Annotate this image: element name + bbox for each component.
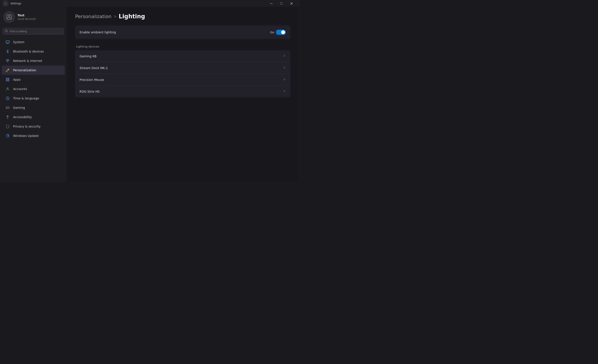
toggle-wrapper: On [270, 30, 286, 35]
sidebar-item-gaming[interactable]: Gaming [2, 103, 65, 112]
search-input[interactable] [10, 30, 61, 33]
sidebar-item-apps[interactable]: Apps [2, 75, 65, 84]
chevron-right-icon [283, 78, 286, 82]
ambient-lighting-label: Enable ambient lighting [80, 31, 116, 34]
chevron-right-icon [283, 54, 286, 58]
apps-icon [5, 77, 10, 82]
lighting-device-row[interactable]: Stream Deck MK.2 [75, 62, 290, 74]
lighting-device-right [283, 54, 286, 58]
chevron-right-icon [283, 66, 286, 70]
app-layout: Test Local Account System [0, 7, 299, 182]
privacy-icon [5, 124, 10, 129]
svg-point-19 [8, 116, 8, 116]
svg-rect-11 [8, 80, 9, 81]
close-button[interactable]: ✕ [286, 0, 296, 7]
maximize-button[interactable]: □ [276, 0, 286, 7]
sidebar-item-label: System [13, 40, 25, 44]
svg-rect-14 [6, 107, 9, 108]
nav-items: System Bluetooth & devices Network & int… [0, 37, 66, 141]
chevron-right-icon [283, 90, 286, 93]
sidebar-item-update[interactable]: Windows Update [2, 131, 65, 140]
main-content: Personalization > Lighting Enable ambien… [66, 7, 299, 182]
svg-line-3 [7, 31, 8, 32]
titlebar: ← Settings ─ □ ✕ [0, 0, 299, 7]
system-icon [5, 40, 10, 44]
sidebar-item-label: Accessibility [13, 115, 32, 119]
lighting-device-row[interactable]: ROG Strix HS [75, 86, 290, 97]
svg-rect-10 [6, 80, 7, 81]
breadcrumb-current: Lighting [119, 13, 145, 20]
accessibility-icon [5, 115, 10, 119]
avatar [3, 11, 15, 23]
lighting-device-name: Stream Deck MK.2 [80, 66, 108, 70]
lighting-device-name: Precision Mouse [80, 78, 104, 82]
sidebar-item-privacy[interactable]: Privacy & security [2, 122, 65, 131]
svg-point-12 [7, 88, 8, 89]
lighting-devices-section-label: Lighting devices [75, 41, 290, 50]
svg-point-18 [8, 108, 9, 108]
bluetooth-icon [5, 49, 10, 54]
ambient-lighting-card: Enable ambient lighting On [75, 26, 290, 39]
sidebar-item-accounts[interactable]: Accounts [2, 84, 65, 93]
lighting-device-name: Gaming KB [80, 55, 97, 58]
lighting-device-right [283, 66, 286, 70]
lighting-devices-card: Gaming KB Stream Deck MK.2 Precision Mou… [75, 50, 290, 97]
ambient-lighting-toggle[interactable] [276, 30, 286, 35]
sidebar-item-label: Gaming [13, 106, 25, 109]
search-wrapper [3, 28, 64, 35]
sidebar-item-label: Privacy & security [13, 125, 41, 128]
sidebar-item-label: Windows Update [13, 134, 39, 138]
back-button[interactable]: ← [3, 0, 9, 7]
lighting-device-right [283, 90, 286, 93]
ambient-lighting-right: On [270, 30, 286, 35]
network-icon [5, 58, 10, 63]
titlebar-controls: ─ □ ✕ [266, 0, 296, 7]
sidebar-item-accessibility[interactable]: Accessibility [2, 112, 65, 122]
svg-point-1 [8, 16, 10, 17]
svg-rect-9 [8, 78, 9, 79]
sidebar-item-label: Accounts [13, 87, 27, 91]
lighting-device-right [283, 78, 286, 82]
search-icon [5, 29, 8, 33]
sidebar-item-system[interactable]: System [2, 37, 65, 47]
sidebar-item-label: Personalization [13, 68, 36, 72]
svg-point-7 [8, 62, 8, 62]
svg-point-17 [8, 108, 8, 108]
sidebar-item-label: Apps [13, 78, 21, 81]
ambient-lighting-row[interactable]: Enable ambient lighting On [75, 26, 290, 39]
svg-rect-8 [6, 78, 7, 79]
sidebar-item-network[interactable]: Network & internet [2, 56, 65, 65]
accounts-icon [5, 87, 10, 91]
sidebar-item-personalization[interactable]: Personalization [2, 66, 65, 75]
update-icon [5, 133, 10, 138]
user-name: Test [17, 14, 35, 17]
time-icon [5, 96, 10, 101]
lighting-device-row[interactable]: Precision Mouse [75, 74, 290, 86]
breadcrumb-separator: > [113, 14, 117, 19]
lighting-device-row[interactable]: Gaming KB [75, 50, 290, 62]
titlebar-title: Settings [10, 2, 21, 5]
sidebar: Test Local Account System [0, 7, 66, 182]
breadcrumb: Personalization > Lighting [75, 13, 290, 20]
svg-rect-4 [6, 41, 9, 43]
user-info: Test Local Account [17, 14, 35, 20]
personalization-icon [5, 68, 10, 73]
titlebar-left: ← Settings [3, 0, 21, 7]
minimize-button[interactable]: ─ [266, 0, 276, 7]
sidebar-item-label: Time & language [13, 97, 39, 100]
sidebar-item-bluetooth[interactable]: Bluetooth & devices [2, 47, 65, 56]
sidebar-item-label: Network & internet [13, 59, 42, 63]
sidebar-item-label: Bluetooth & devices [13, 50, 44, 53]
lighting-device-name: ROG Strix HS [80, 90, 100, 93]
user-profile[interactable]: Test Local Account [0, 7, 66, 26]
search-container [0, 26, 66, 37]
breadcrumb-parent[interactable]: Personalization [75, 14, 112, 19]
user-account-type: Local Account [17, 17, 35, 20]
sidebar-item-time[interactable]: Time & language [2, 94, 65, 103]
gaming-icon [5, 105, 10, 110]
toggle-state-label: On [270, 31, 274, 34]
